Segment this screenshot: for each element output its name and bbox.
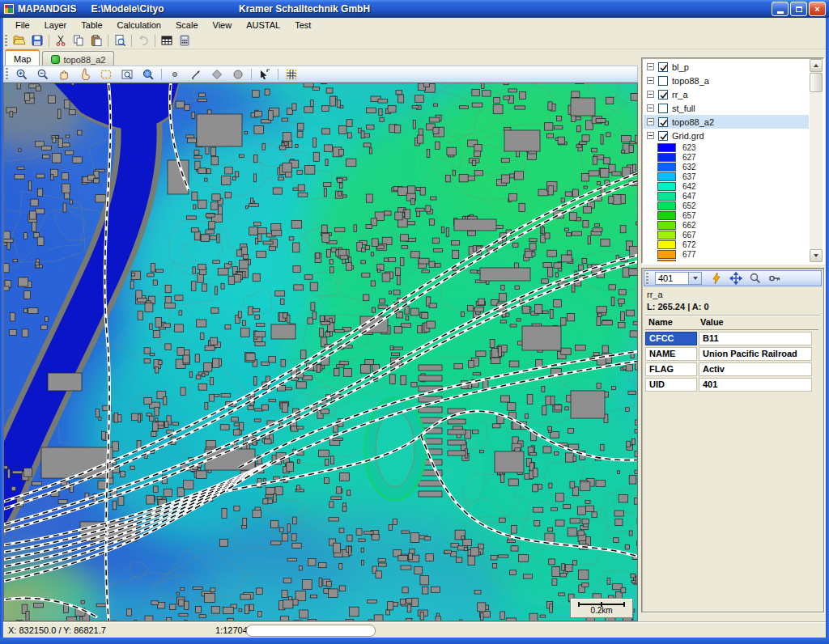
menu-view[interactable]: View bbox=[206, 19, 240, 32]
feature-id-value[interactable]: 401 bbox=[655, 272, 689, 285]
legend-color-swatch bbox=[657, 231, 676, 239]
move-icon[interactable] bbox=[726, 271, 746, 286]
close-icon: × bbox=[814, 5, 819, 14]
layer-label: topo88_a bbox=[672, 76, 709, 86]
minimize-button[interactable] bbox=[772, 2, 789, 16]
table-row[interactable]: NAME Union Pacific Railroad bbox=[645, 347, 818, 361]
layers-scrollbar[interactable] bbox=[810, 59, 823, 262]
paste-icon[interactable] bbox=[87, 33, 105, 48]
point-icon[interactable] bbox=[164, 66, 185, 82]
key-icon[interactable] bbox=[765, 271, 784, 286]
menu-test[interactable]: Test bbox=[287, 19, 318, 32]
layer-row-st-full[interactable]: st_full bbox=[644, 101, 809, 115]
layer-row-topo88-a[interactable]: topo88_a bbox=[644, 74, 809, 87]
menu-layer[interactable]: Layer bbox=[37, 19, 74, 32]
table-icon[interactable] bbox=[158, 33, 176, 48]
save-icon[interactable] bbox=[28, 33, 46, 48]
layer-checkbox[interactable] bbox=[658, 117, 668, 127]
collapse-icon[interactable] bbox=[647, 104, 654, 112]
close-button[interactable]: × bbox=[809, 2, 826, 16]
legend-color-swatch bbox=[657, 201, 676, 210]
zoom-window-icon[interactable] bbox=[117, 66, 138, 82]
measure-line-icon[interactable] bbox=[185, 66, 206, 82]
attr-value-cfcc[interactable]: B11 bbox=[699, 332, 812, 345]
pan-hand-icon[interactable] bbox=[53, 66, 74, 82]
legend-value: 677 bbox=[682, 250, 696, 259]
legend-entry: 672 bbox=[644, 239, 809, 249]
layer-checkbox[interactable] bbox=[658, 62, 668, 72]
table-row[interactable]: UID 401 bbox=[645, 378, 818, 392]
scale-bar-label: 0.2km bbox=[571, 606, 632, 615]
collapse-icon[interactable] bbox=[647, 118, 654, 125]
collapse-icon[interactable] bbox=[647, 77, 654, 84]
scroll-down-icon[interactable] bbox=[810, 249, 823, 262]
tab-map[interactable]: Map bbox=[5, 49, 40, 66]
print-preview-icon[interactable] bbox=[111, 33, 129, 48]
zoom-in-icon[interactable] bbox=[11, 66, 32, 82]
attr-name-flag[interactable]: FLAG bbox=[645, 362, 697, 376]
zoom-extent-icon[interactable] bbox=[138, 66, 159, 82]
map-canvas bbox=[4, 83, 637, 621]
scroll-thumb[interactable] bbox=[810, 73, 823, 92]
pointer-hand-icon[interactable] bbox=[74, 66, 96, 82]
undo-icon[interactable] bbox=[134, 33, 152, 48]
project-path: E:\Modele\Cityo bbox=[91, 3, 164, 15]
tab-topo88-a2-label: topo88_a2 bbox=[63, 55, 105, 65]
layer-row-bl-p[interactable]: bl_p bbox=[644, 60, 809, 74]
collapse-icon[interactable] bbox=[647, 63, 654, 70]
menu-scale[interactable]: Scale bbox=[168, 19, 206, 32]
zoom-out-icon[interactable] bbox=[32, 66, 53, 82]
legend-value: 672 bbox=[682, 240, 696, 249]
feature-id-combobox[interactable]: 401 bbox=[655, 272, 702, 285]
layer-row-grid-grd[interactable]: Grid.grd bbox=[644, 129, 809, 142]
diamond-icon[interactable] bbox=[206, 66, 227, 82]
layer-checkbox[interactable] bbox=[658, 104, 668, 113]
menu-austal[interactable]: AUSTAL bbox=[239, 19, 287, 32]
map-viewport[interactable]: 0.2km bbox=[3, 83, 638, 621]
title-bar: MAPANDGIS E:\Modele\Cityo Kramer Schallt… bbox=[0, 0, 829, 18]
map-scale-bar: 0.2km bbox=[570, 598, 633, 618]
attribute-toolbar: 401 bbox=[644, 270, 822, 286]
scroll-up-icon[interactable] bbox=[810, 59, 823, 72]
table-row[interactable]: CFCC B11 bbox=[645, 332, 818, 345]
table-row[interactable]: FLAG Activ bbox=[645, 362, 818, 376]
restore-button[interactable] bbox=[790, 2, 807, 16]
grid-icon[interactable] bbox=[281, 66, 302, 82]
legend-entry: 647 bbox=[644, 191, 809, 201]
layer-row-topo88-a2[interactable]: topo88_a2 bbox=[644, 115, 809, 129]
attr-value-flag[interactable]: Activ bbox=[699, 362, 812, 376]
attr-value-uid[interactable]: 401 bbox=[699, 378, 812, 392]
open-icon[interactable] bbox=[11, 33, 28, 48]
menu-calculation[interactable]: Calculation bbox=[110, 19, 168, 32]
layer-tree: bl_p topo88_a rr_a st_full topo88_a2 Gri… bbox=[644, 60, 809, 261]
select-rectangle-icon[interactable] bbox=[96, 66, 117, 82]
chevron-down-icon[interactable] bbox=[689, 272, 702, 285]
copy-icon[interactable] bbox=[70, 33, 87, 48]
layer-checkbox[interactable] bbox=[658, 76, 668, 86]
attr-name-cfcc[interactable]: CFCC bbox=[645, 332, 697, 345]
collapse-icon[interactable] bbox=[647, 132, 654, 139]
layer-checkbox[interactable] bbox=[658, 90, 668, 100]
menu-file[interactable]: File bbox=[8, 19, 37, 32]
attribute-table: Name Value CFCC B11 NAME Union Pacific R… bbox=[645, 317, 818, 392]
collapse-icon[interactable] bbox=[647, 91, 654, 98]
window-border-left bbox=[0, 18, 3, 644]
layer-checkbox[interactable] bbox=[658, 131, 668, 141]
cut-icon[interactable] bbox=[52, 33, 70, 48]
legend-color-swatch bbox=[657, 172, 676, 181]
column-header-name: Name bbox=[645, 317, 697, 329]
select-arrow-icon[interactable] bbox=[254, 66, 275, 82]
layer-row-rr-a[interactable]: rr_a bbox=[644, 87, 809, 101]
attr-toolbar-grip bbox=[646, 273, 648, 285]
layer-label: rr_a bbox=[672, 90, 688, 100]
tab-topo88-a2[interactable]: topo88_a2 bbox=[42, 51, 114, 66]
attr-name-uid[interactable]: UID bbox=[645, 378, 697, 392]
menu-table[interactable]: Table bbox=[74, 19, 109, 32]
magnifier-icon[interactable] bbox=[746, 271, 765, 286]
flash-icon[interactable] bbox=[707, 271, 726, 286]
attr-name-name[interactable]: NAME bbox=[645, 347, 697, 361]
legend-value: 652 bbox=[682, 201, 696, 210]
circle-icon[interactable] bbox=[227, 66, 249, 82]
attr-value-name[interactable]: Union Pacific Railroad bbox=[699, 347, 812, 361]
calculator-icon[interactable] bbox=[176, 33, 193, 48]
